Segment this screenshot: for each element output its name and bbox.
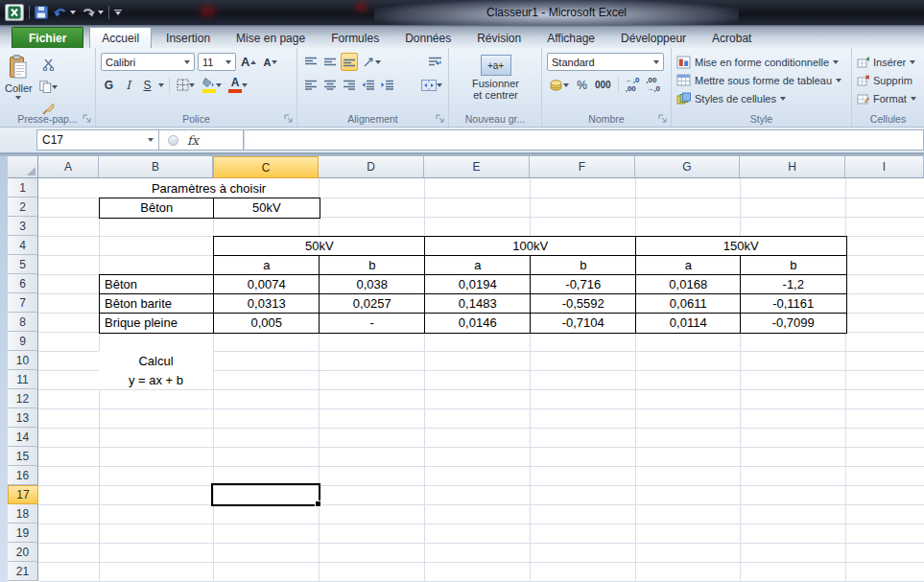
- italic-button[interactable]: I: [120, 76, 136, 94]
- tab-mise-en-page[interactable]: Mise en page: [225, 28, 317, 48]
- merge-cells-button[interactable]: [419, 76, 444, 94]
- copy-button[interactable]: [37, 78, 59, 96]
- thousands-format-button[interactable]: 000: [593, 76, 613, 94]
- cell-B10[interactable]: Calcul: [99, 351, 213, 370]
- orientation-button[interactable]: [361, 53, 383, 71]
- font-size-select[interactable]: 11: [198, 53, 236, 71]
- worksheet[interactable]: ABCDEFGHI 123456789101112131415161718192…: [0, 154, 924, 582]
- cell-C6[interactable]: 0,0074: [213, 274, 320, 295]
- fill-color-button[interactable]: [200, 76, 224, 94]
- dialog-launcher-icon[interactable]: [658, 114, 668, 124]
- tab-developpeur[interactable]: Développeur: [609, 28, 698, 48]
- cell-H5[interactable]: b: [740, 255, 847, 276]
- cell-D6[interactable]: 0,038: [319, 274, 426, 295]
- row-header-1[interactable]: 1: [8, 178, 38, 198]
- cell-H7[interactable]: -0,1161: [740, 293, 847, 314]
- column-header-C[interactable]: C: [213, 156, 319, 178]
- cell-F8[interactable]: -0,7104: [530, 313, 637, 334]
- column-header-F[interactable]: F: [530, 156, 635, 178]
- column-header-A[interactable]: A: [38, 156, 99, 178]
- save-button[interactable]: [35, 6, 48, 19]
- cell-C7[interactable]: 0,0313: [213, 293, 320, 314]
- name-box[interactable]: C17: [36, 129, 159, 151]
- underline-button[interactable]: S: [139, 76, 155, 94]
- increase-indent-button[interactable]: [379, 76, 395, 94]
- row-header-9[interactable]: 9: [8, 332, 38, 351]
- row-header-3[interactable]: 3: [8, 217, 38, 236]
- cell-H8[interactable]: -0,7099: [740, 313, 847, 334]
- format-cells-button[interactable]: Format: [857, 89, 920, 107]
- row-header-19[interactable]: 19: [8, 524, 38, 543]
- cut-button[interactable]: [37, 56, 59, 74]
- wrap-text-button[interactable]: [427, 53, 444, 71]
- percent-format-button[interactable]: %: [574, 76, 590, 94]
- row-header-10[interactable]: 10: [8, 351, 38, 370]
- column-header-D[interactable]: D: [319, 156, 424, 178]
- insert-cells-button[interactable]: Insérer: [857, 53, 920, 71]
- cell-F5[interactable]: b: [530, 255, 637, 276]
- cell-C4[interactable]: 50kV: [213, 236, 426, 257]
- dialog-launcher-icon[interactable]: [436, 114, 445, 124]
- selection-box[interactable]: [211, 483, 320, 506]
- cell-C2[interactable]: 50kV: [213, 198, 320, 219]
- cell-D8[interactable]: -: [319, 313, 426, 334]
- tab-formules[interactable]: Formules: [320, 28, 391, 48]
- cell-D5[interactable]: b: [319, 255, 426, 276]
- row-header-21[interactable]: 21: [8, 562, 38, 581]
- tab-affichage[interactable]: Affichage: [535, 28, 606, 48]
- cell-H6[interactable]: -1,2: [740, 274, 847, 295]
- column-header-G[interactable]: G: [635, 156, 740, 178]
- paste-button[interactable]: Coller: [5, 53, 33, 118]
- shrink-font-button[interactable]: A: [261, 53, 279, 71]
- cell-E7[interactable]: 0,1483: [424, 293, 532, 314]
- customize-qat-button[interactable]: [114, 10, 122, 16]
- font-name-select[interactable]: Calibri: [101, 53, 195, 71]
- cell-G8[interactable]: 0,0114: [635, 313, 742, 334]
- row-header-5[interactable]: 5: [8, 255, 38, 274]
- tab-insertion[interactable]: Insertion: [154, 28, 222, 48]
- row-header-13[interactable]: 13: [8, 408, 38, 428]
- increase-decimal-button[interactable]: ←,0,00: [624, 76, 642, 94]
- grow-font-button[interactable]: A: [239, 53, 258, 71]
- row-header-15[interactable]: 15: [8, 447, 38, 466]
- currency-format-button[interactable]: [547, 76, 571, 94]
- cell-F7[interactable]: -0,5592: [530, 293, 637, 314]
- column-header-H[interactable]: H: [740, 156, 845, 178]
- delete-cells-button[interactable]: Supprim: [857, 71, 920, 89]
- cell-B6[interactable]: Bêton: [99, 274, 215, 295]
- row-header-11[interactable]: 11: [8, 370, 38, 389]
- cell-C8[interactable]: 0,005: [213, 313, 320, 334]
- column-header-E[interactable]: E: [424, 156, 530, 178]
- align-top-button[interactable]: [302, 53, 319, 71]
- column-header-I[interactable]: I: [845, 156, 924, 178]
- formula-input[interactable]: [244, 129, 924, 151]
- insert-function-button[interactable]: fx: [159, 129, 244, 151]
- cell-F6[interactable]: -0,716: [530, 274, 637, 295]
- cell-D7[interactable]: 0,0257: [319, 293, 426, 314]
- cell-styles-button[interactable]: Styles de cellules: [676, 89, 847, 107]
- borders-button[interactable]: [175, 76, 197, 94]
- column-header-B[interactable]: B: [99, 156, 213, 178]
- align-middle-button[interactable]: [321, 53, 338, 71]
- align-center-button[interactable]: [321, 76, 338, 94]
- align-right-button[interactable]: [341, 76, 357, 94]
- cell-E8[interactable]: 0,0146: [424, 313, 532, 334]
- align-left-button[interactable]: [302, 76, 319, 94]
- excel-logo-icon[interactable]: [5, 4, 24, 21]
- row-header-4[interactable]: 4: [8, 236, 38, 255]
- tab-acrobat[interactable]: Acrobat: [700, 28, 763, 48]
- bold-button[interactable]: G: [101, 76, 117, 94]
- tab-revision[interactable]: Révision: [465, 28, 533, 48]
- tab-donnees[interactable]: Données: [393, 28, 462, 48]
- undo-button[interactable]: [53, 7, 76, 19]
- tab-accueil[interactable]: Accueil: [89, 27, 152, 48]
- tab-fichier[interactable]: Fichier: [12, 27, 83, 48]
- cell-B1[interactable]: Paramètres à choisir: [99, 178, 319, 198]
- decrease-decimal-button[interactable]: ,00→,0: [644, 76, 662, 94]
- row-header-2[interactable]: 2: [8, 198, 38, 217]
- cell-E5[interactable]: a: [424, 255, 532, 276]
- cell-C5[interactable]: a: [213, 255, 320, 276]
- font-color-button[interactable]: A: [226, 76, 249, 94]
- cell-G6[interactable]: 0,0168: [635, 274, 742, 295]
- row-header-20[interactable]: 20: [8, 543, 38, 562]
